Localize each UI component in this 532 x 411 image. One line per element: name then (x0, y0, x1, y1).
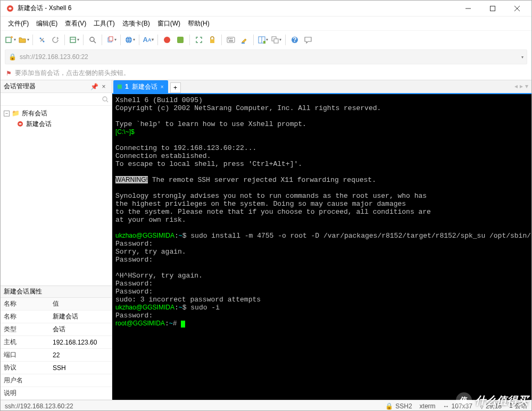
status-address: ssh://192.168.123.60:22 (5, 402, 73, 410)
property-row: 说明 (1, 387, 112, 400)
menu-edit[interactable]: 编辑(E) (33, 18, 61, 30)
pin-icon[interactable]: 📌 (89, 83, 99, 90)
session-tab[interactable]: 1 新建会话 × (113, 80, 168, 93)
font-icon[interactable]: AA▾ (142, 33, 155, 46)
resize-icon: ↔ (443, 402, 450, 410)
status-sessions: 1 会话 (509, 401, 527, 410)
reconnect-icon[interactable] (36, 33, 48, 46)
globe-icon[interactable]: ▾ (123, 33, 136, 46)
menu-tools[interactable]: 工具(T) (90, 18, 118, 30)
search-icon (102, 96, 109, 103)
tree-session-label: 新建会话 (26, 120, 52, 129)
help-icon[interactable]: ? (288, 33, 301, 46)
property-key: 用户名 (1, 374, 49, 387)
address-text: ssh://192.168.123.60:22 (20, 53, 518, 61)
menu-view[interactable]: 查看(V) (62, 18, 89, 30)
menu-help[interactable]: 帮助(H) (185, 18, 213, 30)
svg-rect-2 (491, 6, 495, 11)
status-bar: ssh://192.168.123.60:22 🔒SSH2 xterm ↔ 10… (1, 400, 531, 411)
cascade-icon[interactable]: ▾ (270, 33, 282, 46)
copy-icon[interactable]: ▾ (105, 33, 118, 46)
properties-title: 新建会话属性 (1, 286, 112, 298)
highlight-icon[interactable] (238, 33, 251, 46)
svg-point-8 (40, 37, 41, 39)
folder-icon: 📁 (12, 110, 20, 117)
sidebar-close-icon[interactable]: × (99, 83, 109, 90)
property-row: 协议SSH (1, 362, 112, 374)
properties-icon[interactable]: ▾ (68, 33, 80, 46)
tab-prev-icon[interactable]: ◂ (514, 82, 518, 90)
menu-file[interactable]: 文件(F) (5, 18, 32, 30)
svg-rect-10 (70, 37, 76, 43)
titlebar: 新建会话 - Xshell 6 (1, 1, 531, 16)
layout-icon[interactable]: ▾ (256, 33, 269, 46)
svg-point-9 (43, 40, 45, 42)
maximize-button[interactable] (480, 1, 505, 16)
property-row: 主机192.168.123.60 (1, 336, 112, 349)
property-key: 类型 (1, 323, 49, 336)
address-bar[interactable]: 🔒 ssh://192.168.123.60:22 ▾ (5, 49, 527, 64)
svg-rect-19 (210, 39, 214, 43)
status-pos: 29,18 (486, 402, 502, 410)
properties-panel: 新建会话属性 名称 值 名称新建会话类型会话主机192.168.123.60端口… (1, 286, 112, 400)
property-value: SSH (49, 362, 112, 374)
prop-header-value: 值 (49, 298, 112, 311)
disconnect-icon[interactable] (49, 33, 62, 46)
property-value (49, 387, 112, 400)
content-area: 1 新建会话 × + ◂ ▸ ▾ Xshell 6 (Build 0095) C… (112, 80, 531, 400)
dropdown-icon[interactable]: ▾ (521, 55, 523, 60)
flag-icon: ⚑ (6, 70, 12, 77)
lock-icon[interactable] (206, 33, 219, 46)
keyboard-icon[interactable] (225, 33, 237, 46)
new-session-icon[interactable]: ▾ (4, 33, 16, 46)
tab-menu-icon[interactable]: ▾ (525, 82, 528, 90)
property-key: 协议 (1, 362, 49, 374)
property-value: 192.168.123.60 (49, 336, 112, 349)
status-protocol: SSH2 (395, 402, 412, 410)
svg-rect-24 (229, 40, 233, 41)
svg-line-13 (94, 41, 96, 43)
hint-bar: ⚑ 要添加当前会话，点击左侧的箭头按钮。 (1, 66, 531, 80)
toolbar: ▾ ▾ ▾ ▾ ▾ AA▾ ▾ ▾ ? (1, 30, 531, 48)
tab-next-icon[interactable]: ▸ (520, 82, 523, 90)
property-key: 说明 (1, 387, 49, 400)
xshell-icon[interactable] (161, 33, 173, 46)
xftp-icon[interactable] (174, 33, 187, 46)
menubar: 文件(F) 编辑(E) 查看(V) 工具(T) 选项卡(B) 窗口(W) 帮助(… (1, 16, 531, 30)
svg-rect-28 (263, 41, 265, 44)
menu-tabs[interactable]: 选项卡(B) (119, 18, 153, 30)
status-size: 107x37 (452, 402, 472, 410)
session-icon (16, 120, 24, 128)
tree-session-item[interactable]: 新建会话 (4, 119, 109, 129)
property-key: 主机 (1, 336, 49, 349)
tab-number: 1 (125, 83, 129, 90)
property-key: 名称 (1, 311, 49, 323)
property-value: 会话 (49, 323, 112, 336)
sidebar: 会话管理器 📌 × − 📁 所有会话 新建会话 新建会话属性 名称 (1, 80, 112, 400)
close-button[interactable] (505, 1, 529, 16)
property-row: 端口22 (1, 349, 112, 362)
sidebar-search[interactable] (1, 93, 112, 106)
add-tab-button[interactable]: + (170, 82, 181, 93)
property-value: 22 (49, 349, 112, 362)
search-icon[interactable] (86, 33, 99, 46)
open-icon[interactable]: ▾ (17, 33, 30, 46)
collapse-icon[interactable]: − (4, 111, 10, 116)
window-title: 新建会话 - Xshell 6 (18, 4, 456, 13)
terminal[interactable]: Xshell 6 (Build 0095) Copyright (c) 2002… (112, 94, 531, 400)
svg-point-12 (90, 37, 94, 41)
tree-root[interactable]: − 📁 所有会话 (4, 108, 109, 119)
menu-window[interactable]: 窗口(W) (154, 18, 184, 30)
fullscreen-icon[interactable] (193, 33, 205, 46)
feedback-icon[interactable] (302, 33, 314, 46)
status-dot-icon (118, 85, 122, 89)
property-key: 端口 (1, 349, 49, 362)
tab-close-icon[interactable]: × (161, 84, 164, 90)
lock-icon: 🔒 (385, 402, 393, 410)
session-tree: − 📁 所有会话 新建会话 (1, 106, 112, 286)
property-value (49, 374, 112, 387)
svg-rect-15 (109, 37, 113, 41)
tabs-row: 1 新建会话 × + ◂ ▸ ▾ (112, 80, 531, 94)
sidebar-title: 会话管理器 (4, 82, 89, 91)
minimize-button[interactable] (456, 1, 480, 16)
